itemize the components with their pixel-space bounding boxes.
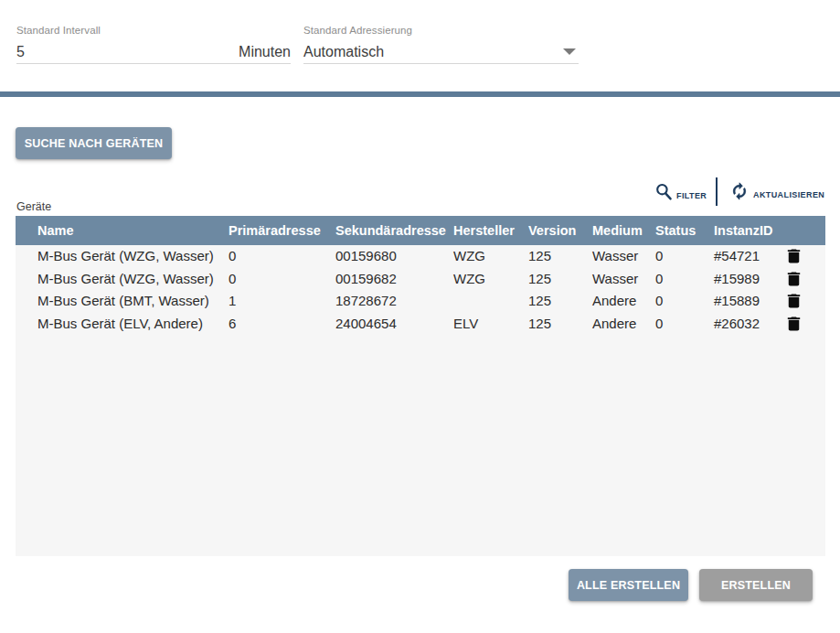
- create-button[interactable]: ERSTELLEN: [699, 569, 813, 601]
- cell-instance: #54721: [714, 245, 760, 268]
- devices-panel: Name Primäradresse Sekundäradresse Herst…: [16, 216, 825, 556]
- cell-name: M-Bus Gerät (ELV, Andere): [37, 313, 203, 336]
- addressing-value: Automatisch: [303, 44, 384, 60]
- interval-unit: Minuten: [239, 44, 291, 60]
- addressing-select[interactable]: Automatisch: [303, 40, 579, 64]
- table-row: M-Bus Gerät (BMT, Wasser) 1 18728672 125…: [16, 290, 825, 313]
- devices-caption: Geräte: [16, 200, 51, 213]
- interval-input[interactable]: 5: [16, 44, 25, 60]
- toolbar-divider: [716, 177, 718, 206]
- cell-secondary: 18728672: [335, 290, 397, 313]
- cell-name: M-Bus Gerät (BMT, Wasser): [37, 290, 209, 313]
- column-header-primary: Primäradresse: [229, 216, 321, 245]
- filter-label: FILTER: [676, 191, 707, 201]
- delete-device-button[interactable]: [782, 290, 804, 313]
- cell-version: 125: [528, 313, 551, 336]
- column-header-medium: Medium: [592, 216, 643, 245]
- section-divider: [0, 91, 840, 97]
- table-row: M-Bus Gerät (ELV, Andere) 6 24004654 ELV…: [16, 313, 825, 336]
- cell-version: 125: [528, 268, 551, 291]
- cell-primary: 0: [229, 268, 236, 291]
- column-header-version: Version: [528, 216, 576, 245]
- cell-status: 0: [655, 268, 663, 291]
- cell-medium: Wasser: [592, 245, 638, 268]
- cell-medium: Andere: [592, 290, 636, 313]
- cell-secondary: 24004654: [335, 313, 397, 336]
- create-all-button[interactable]: ALLE ERSTELLEN: [569, 569, 688, 601]
- chevron-down-icon: [563, 48, 576, 55]
- table-row: M-Bus Gerät (WZG, Wasser) 0 00159680 WZG…: [16, 245, 825, 268]
- column-header-instance: InstanzID: [714, 216, 772, 245]
- trash-icon: [783, 247, 804, 265]
- search-icon: [655, 183, 673, 201]
- refresh-icon: [730, 182, 749, 200]
- trash-icon: [783, 315, 804, 333]
- cell-instance: #15889: [714, 290, 760, 313]
- cell-secondary: 00159680: [335, 245, 397, 268]
- delete-device-button[interactable]: [782, 313, 804, 336]
- trash-icon: [783, 292, 804, 310]
- cell-status: 0: [655, 290, 663, 313]
- table-body: M-Bus Gerät (WZG, Wasser) 0 00159680 WZG…: [16, 245, 825, 335]
- cell-secondary: 00159682: [335, 268, 397, 291]
- cell-primary: 6: [229, 313, 236, 336]
- cell-manufacturer: WZG: [453, 245, 485, 268]
- table-header: Name Primäradresse Sekundäradresse Herst…: [16, 216, 825, 245]
- delete-device-button[interactable]: [782, 245, 804, 268]
- trash-icon: [783, 270, 804, 288]
- addressing-label: Standard Adressierung: [303, 25, 579, 36]
- cell-primary: 1: [229, 290, 236, 313]
- refresh-button[interactable]: AKTUALISIEREN: [730, 182, 824, 200]
- cell-manufacturer: ELV: [453, 313, 478, 336]
- table-row: M-Bus Gerät (WZG, Wasser) 0 00159682 WZG…: [16, 268, 825, 291]
- cell-status: 0: [655, 313, 663, 336]
- delete-device-button[interactable]: [782, 268, 804, 291]
- column-header-name: Name: [37, 216, 74, 245]
- search-devices-button[interactable]: SUCHE NACH GERÄTEN: [16, 127, 172, 159]
- interval-label: Standard Intervall: [16, 25, 291, 36]
- column-header-manufacturer: Hersteller: [453, 216, 515, 245]
- cell-primary: 0: [229, 245, 236, 268]
- cell-name: M-Bus Gerät (WZG, Wasser): [37, 268, 214, 291]
- cell-medium: Wasser: [592, 268, 638, 291]
- cell-manufacturer: WZG: [453, 268, 485, 291]
- interval-field: Standard Intervall 5 Minuten: [16, 25, 291, 64]
- refresh-label: AKTUALISIEREN: [753, 190, 824, 200]
- cell-name: M-Bus Gerät (WZG, Wasser): [37, 245, 214, 268]
- cell-instance: #15989: [714, 268, 760, 291]
- column-header-secondary: Sekundäradresse: [335, 216, 446, 245]
- column-header-status: Status: [655, 216, 696, 245]
- cell-version: 125: [528, 245, 551, 268]
- cell-medium: Andere: [592, 313, 636, 336]
- cell-status: 0: [655, 245, 663, 268]
- filter-button[interactable]: FILTER: [655, 183, 707, 201]
- cell-version: 125: [528, 290, 551, 313]
- addressing-field: Standard Adressierung Automatisch: [303, 25, 579, 64]
- cell-instance: #26032: [714, 313, 760, 336]
